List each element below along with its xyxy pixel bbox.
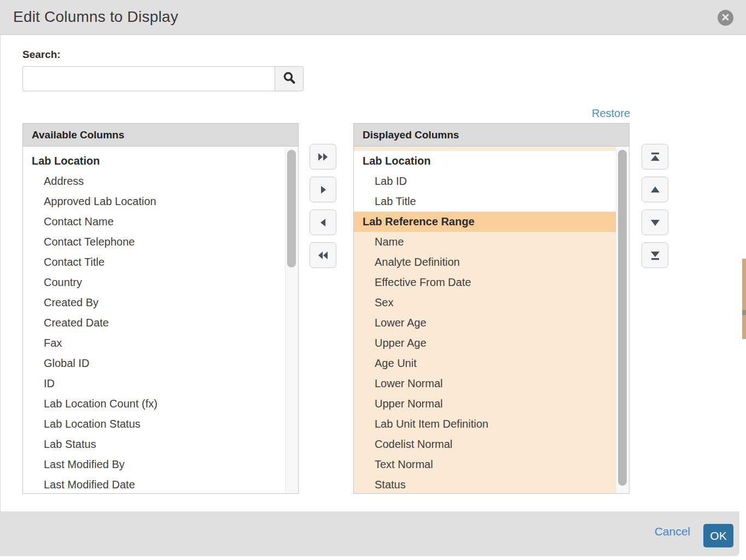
move-all-right-button[interactable] — [310, 144, 336, 170]
column-item-row[interactable]: Global ID — [23, 353, 285, 374]
available-scrollbar-track[interactable] — [285, 147, 298, 493]
column-item-row[interactable]: Lab Unit Item Definition — [354, 414, 616, 434]
move-to-bottom-button[interactable] — [642, 242, 668, 268]
available-scrollbar-thumb[interactable] — [287, 150, 296, 267]
arrow-down-icon — [649, 217, 661, 229]
column-item-row[interactable]: Upper Age — [354, 333, 616, 353]
arrow-to-top-icon — [649, 151, 661, 163]
move-to-top-button[interactable] — [642, 144, 668, 170]
close-button[interactable] — [718, 10, 733, 26]
background-sliver-segment — [742, 310, 746, 315]
column-item-row[interactable]: Lower Age — [354, 313, 616, 333]
column-item-row[interactable]: Name — [354, 232, 616, 252]
arrow-up-icon — [649, 184, 661, 196]
column-item-row[interactable]: Created Date — [23, 313, 285, 333]
background-sliver-segment — [742, 315, 746, 339]
column-item-row[interactable]: Contact Telephone — [23, 232, 285, 252]
close-icon — [721, 13, 730, 23]
displayed-columns-listbox: Lab LocationLab IDLab TitleLab Reference… — [354, 147, 629, 493]
search-label: Search: — [22, 49, 61, 61]
column-item-row[interactable]: ID — [23, 374, 285, 394]
displayed-columns-header: Displayed Columns — [354, 124, 629, 147]
arrow-to-bottom-icon — [649, 249, 661, 261]
dialog-footer: Cancel OK — [0, 511, 739, 556]
cancel-button[interactable]: Cancel — [655, 525, 690, 538]
column-group-row[interactable]: Lab Location — [354, 151, 616, 171]
column-item-row[interactable]: Last Modified By — [23, 454, 285, 475]
column-item-row[interactable]: Created By — [23, 293, 285, 313]
column-item-row[interactable]: Codelist Normal — [354, 434, 616, 454]
displayed-columns-list: Lab LocationLab IDLab TitleLab Reference… — [354, 147, 616, 493]
search-input[interactable] — [22, 66, 275, 91]
column-item-row[interactable]: Age Unit — [354, 353, 616, 374]
column-group-row[interactable]: Lab Reference Range — [354, 212, 616, 232]
available-columns-list: Lab LocationAddressApproved Lab Location… — [23, 147, 285, 493]
column-item-row[interactable]: Fax — [23, 333, 285, 353]
column-item-row[interactable]: Text Normal — [354, 454, 616, 475]
column-item-row[interactable]: Sex — [354, 293, 616, 313]
column-item-row[interactable]: Lab Status — [23, 434, 285, 454]
available-columns-listbox: Lab LocationAddressApproved Lab Location… — [23, 147, 298, 493]
move-up-button[interactable] — [642, 177, 668, 202]
column-item-row[interactable]: Last Modified Date — [23, 475, 285, 493]
column-item-row[interactable]: Address — [23, 171, 285, 191]
search-icon — [282, 71, 296, 87]
arrow-left-icon — [317, 217, 329, 229]
move-down-button[interactable] — [642, 209, 668, 235]
dialog-title-bar: Edit Columns to Display — [0, 0, 746, 35]
search-button[interactable] — [275, 66, 304, 91]
displayed-columns-panel: Displayed Columns Lab LocationLab IDLab … — [353, 123, 630, 494]
displayed-scrollbar-thumb[interactable] — [618, 150, 627, 486]
ok-button[interactable]: OK — [703, 524, 733, 547]
column-item-row[interactable]: Approved Lab Location — [23, 191, 285, 212]
move-all-left-button[interactable] — [310, 242, 336, 268]
column-item-row[interactable]: Contact Name — [23, 212, 285, 232]
column-item-row[interactable]: Lab Title — [354, 191, 616, 212]
double-arrow-right-icon — [317, 151, 330, 163]
displayed-scrollbar-track[interactable] — [616, 147, 629, 493]
column-item-row[interactable]: Analyte Definition — [354, 252, 616, 272]
background-sliver-segment — [742, 259, 746, 310]
double-arrow-left-icon — [317, 249, 330, 261]
background-page-sliver — [742, 35, 746, 560]
column-item-row[interactable]: Contact Title — [23, 252, 285, 272]
available-columns-header: Available Columns — [23, 124, 298, 147]
column-item-row[interactable]: Status — [354, 475, 616, 493]
move-right-button[interactable] — [310, 177, 336, 202]
column-item-row[interactable]: Country — [23, 272, 285, 293]
column-item-row[interactable]: Upper Normal — [354, 394, 616, 414]
restore-link[interactable]: Restore — [592, 107, 630, 120]
column-item-row[interactable]: Effective From Date — [354, 272, 616, 293]
column-item-row[interactable]: Lower Normal — [354, 374, 616, 394]
dialog-title: Edit Columns to Display — [13, 8, 178, 26]
available-columns-panel: Available Columns Lab LocationAddressApp… — [22, 123, 299, 494]
column-item-row[interactable]: Lab ID — [354, 171, 616, 191]
column-item-row[interactable]: Lab Location Status — [23, 414, 285, 434]
move-left-button[interactable] — [310, 209, 336, 235]
column-group-row[interactable]: Lab Location — [23, 151, 285, 171]
arrow-right-icon — [317, 184, 329, 196]
column-item-row[interactable]: Lab Location Count (fx) — [23, 394, 285, 414]
